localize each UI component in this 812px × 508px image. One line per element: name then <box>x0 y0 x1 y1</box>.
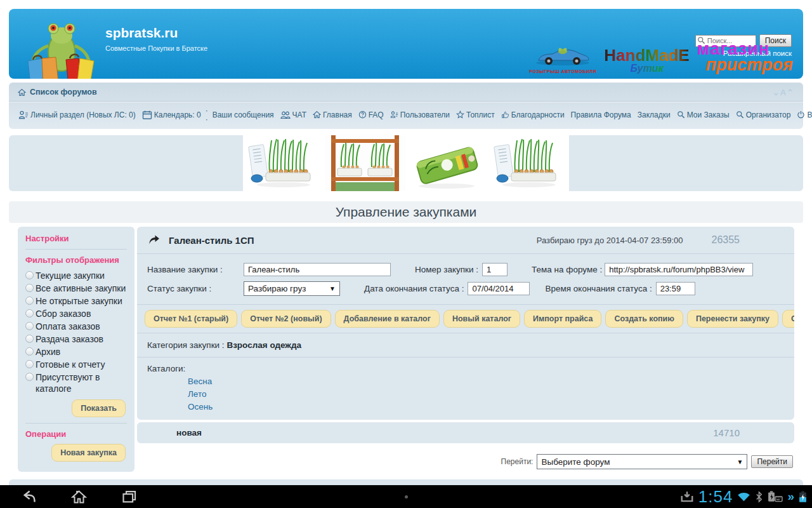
filter-not-opened[interactable]: Не открытые закупки <box>25 295 127 307</box>
battery-charging-icon <box>799 490 807 503</box>
share-arrow-icon[interactable] <box>147 234 161 246</box>
recent-apps-button[interactable] <box>121 488 138 505</box>
move-purchase-button[interactable]: Перенести закупку <box>687 310 778 328</box>
status-tray[interactable]: 1:54 » <box>680 487 812 507</box>
radio-button[interactable] <box>25 335 34 343</box>
purchase-name-input[interactable] <box>244 263 391 276</box>
nav-organizer[interactable]: Организатор <box>736 110 791 119</box>
radio-button[interactable] <box>25 360 34 368</box>
show-button[interactable]: Показать <box>72 399 126 417</box>
purchase-number-input[interactable] <box>482 263 508 276</box>
purchase-status-line: Разбираю груз до 2014-04-07 23:59:00 <box>537 236 683 245</box>
status-end-date-input[interactable] <box>468 282 530 295</box>
bluetooth-icon <box>755 491 763 503</box>
nav-chat[interactable]: ЧАТ <box>280 110 306 120</box>
status-select[interactable]: Разбираю груз ▼ <box>244 281 340 296</box>
banner-image-grass-kit[interactable] <box>488 135 569 191</box>
purchase-row-title: новая <box>176 428 202 438</box>
import-price-button[interactable]: Импорт прайса <box>524 310 601 328</box>
search-icon <box>736 110 744 119</box>
search-icon <box>677 110 685 119</box>
nav-calendar[interactable]: Календарь: 0 <box>142 110 201 120</box>
report-2-new-button[interactable]: Отчет №2 (новый) <box>241 310 331 328</box>
font-smaller-icon[interactable]: ⌄ <box>773 88 780 97</box>
filter-all-active[interactable]: Все активные закупки <box>25 283 127 294</box>
breadcrumb-forums-link[interactable]: Список форумов <box>18 88 97 97</box>
catalog-link-spring[interactable]: Весна <box>188 377 784 386</box>
home-icon <box>18 88 26 97</box>
time-label: Время окончания статуса : <box>545 284 652 293</box>
banner-image-grass-kit[interactable] <box>243 135 324 191</box>
banner-image-shelf[interactable] <box>325 135 405 191</box>
font-letter: A <box>780 88 787 97</box>
font-size-controls[interactable]: ⌄A⌃ <box>773 88 794 97</box>
radio-button[interactable] <box>25 284 34 292</box>
font-larger-icon[interactable]: ⌃ <box>787 88 794 97</box>
title-band: Управление закупками <box>9 201 803 223</box>
name-label: Название закупки : <box>147 265 244 274</box>
purchase-panel: Галеан-стиль 1СП Разбираю груз до 2014-0… <box>137 227 794 420</box>
filter-archive[interactable]: Архив <box>25 346 127 358</box>
jump-label: Перейти: <box>501 457 534 466</box>
nav-faq[interactable]: FAQ <box>358 110 384 119</box>
filter-order-collection[interactable]: Сбор заказов <box>25 308 127 319</box>
handmade-line2: Бутик <box>604 64 689 74</box>
chat-group-icon <box>280 110 291 120</box>
create-copy-button[interactable]: Создать копию <box>605 310 683 328</box>
nav-main[interactable]: Главная <box>313 110 352 119</box>
nav-bookmarks[interactable]: Закладки <box>638 110 671 119</box>
nav-my-orders[interactable]: Мои Заказы <box>677 110 730 119</box>
status-label: Статус закупки : <box>147 284 244 293</box>
forum-topic-input[interactable] <box>605 263 753 276</box>
back-button[interactable] <box>20 488 37 505</box>
radio-button[interactable] <box>25 373 34 381</box>
site-name: spbratsk.ru <box>105 25 178 41</box>
sidebar-operations-title: Операции <box>25 429 127 439</box>
banner-image-package[interactable] <box>407 135 487 191</box>
add-to-catalog-button[interactable]: Добавление в каталог <box>335 310 440 328</box>
filter-present-in-catalog[interactable]: Присутствуют в каталоге <box>25 371 127 394</box>
date-label: Дата окончания статуса : <box>364 284 464 293</box>
filter-ready-for-report[interactable]: Готовые к отчету <box>25 359 127 370</box>
clock: 1:54 <box>698 487 733 507</box>
filter-order-distribution[interactable]: Раздача заказов <box>25 333 127 345</box>
shop-pristroya-banner[interactable]: магазин пристроя <box>697 41 793 74</box>
nav-your-messages[interactable]: Ваши сообщения <box>213 110 274 119</box>
category-value: Взрослая одежда <box>226 340 301 350</box>
question-icon <box>358 110 367 119</box>
nav-forum-rules[interactable]: Правила Форума <box>571 110 631 119</box>
purchase-id: 26355 <box>712 234 740 246</box>
forum-jump-select[interactable]: Выберите форум ▼ <box>537 454 747 469</box>
jump-button[interactable]: Перейти <box>751 455 793 468</box>
sidebar: Настройки Фильтры отображения Текущие за… <box>18 227 134 472</box>
purchase-row-new[interactable]: новая 14710 <box>137 422 794 443</box>
radio-button[interactable] <box>25 309 34 318</box>
catalog-link-summer[interactable]: Лето <box>188 389 784 399</box>
radio-button[interactable] <box>25 297 34 305</box>
nav-personal-section[interactable]: Личный раздел (Новых ЛС: 0) <box>18 110 136 120</box>
nav-thanks[interactable]: Благодарности <box>501 110 565 119</box>
radio-button[interactable] <box>25 271 34 279</box>
nav-logout[interactable]: Выход [ sibtel ] <box>797 110 812 119</box>
handmade-boutique-banner[interactable]: HandMadE Бутик <box>604 47 689 74</box>
power-icon <box>797 110 805 119</box>
filter-current-purchases[interactable]: Текущие закупки <box>25 270 127 281</box>
number-label: Номер закупки : <box>415 265 478 274</box>
car-giveaway-banner[interactable]: РОЗЫГРЫШ АВТОМОБИЛЯ <box>529 46 596 74</box>
radio-button[interactable] <box>25 347 34 356</box>
shop-line2: пристроя <box>706 57 793 74</box>
new-catalog-button[interactable]: Новый каталог <box>443 310 520 328</box>
breadcrumb-label: Список форумов <box>30 88 97 97</box>
new-purchase-button[interactable]: Новая закупка <box>51 444 126 462</box>
summary-button[interactable]: Сводка <box>782 310 794 328</box>
status-end-time-input[interactable] <box>656 282 695 295</box>
radio-button[interactable] <box>25 322 34 330</box>
catalog-link-autumn[interactable]: Осень <box>188 402 784 411</box>
nav-users[interactable]: Пользователи <box>390 110 450 119</box>
nav-toplist[interactable]: Топлист <box>456 110 495 119</box>
filter-order-payment[interactable]: Оплата заказов <box>25 321 127 332</box>
page-title: Управление закупками <box>336 204 477 220</box>
catalogs-label: Каталоги: <box>147 364 185 373</box>
home-button[interactable] <box>70 488 88 505</box>
report-1-old-button[interactable]: Отчет №1 (старый) <box>145 310 237 328</box>
